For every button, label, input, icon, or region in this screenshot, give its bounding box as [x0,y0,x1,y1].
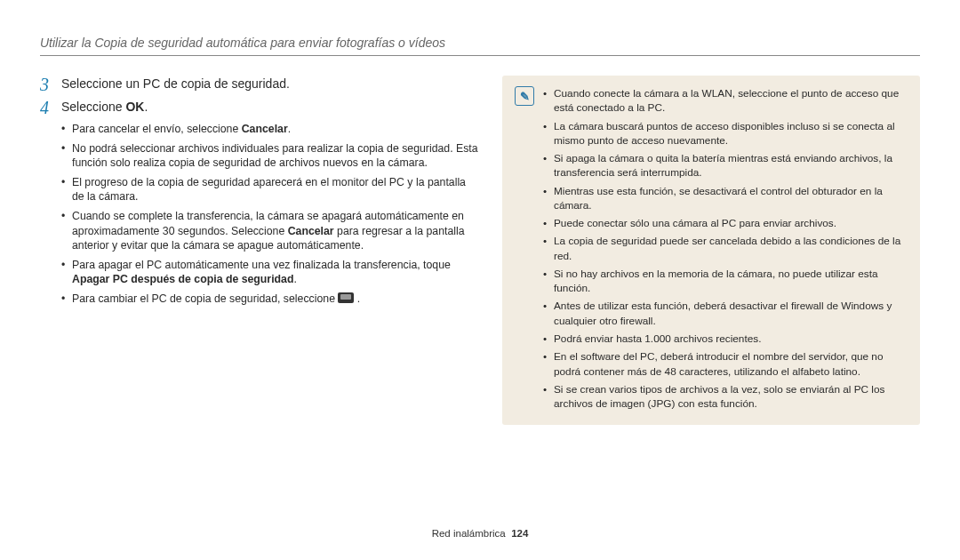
list-item: La copia de seguridad puede ser cancelad… [543,234,908,263]
list-item: La cámara buscará puntos de acceso dispo… [543,119,908,148]
pc-icon [338,292,354,303]
list-item: El progreso de la copia de seguridad apa… [61,175,480,204]
sub-list: Para cancelar el envío, seleccione Cance… [61,122,480,307]
list-item: Cuando se complete la transferencia, la … [61,209,480,253]
step-3: 3 Seleccione un PC de copia de seguridad… [40,76,480,93]
list-item: En el software del PC, deberá introducir… [543,349,908,379]
list-item: Puede conectar sólo una cámara al PC par… [543,216,908,230]
footer-section: Red inalámbrica [432,528,506,539]
step-text: Seleccione OK. [61,99,148,116]
note-icon: ✎ [515,86,534,106]
page-number: 124 [511,528,528,539]
list-item: Para cambiar el PC de copia de seguridad… [61,292,480,307]
list-item: Si se crean varios tipos de archivos a l… [543,382,908,412]
list-item: Cuando conecte la cámara a la WLAN, sele… [543,86,908,116]
list-item: Si no hay archivos en la memoria de la c… [543,267,908,296]
step-number: 3 [40,76,52,93]
notes-list: Cuando conecte la cámara a la WLAN, sele… [543,86,908,414]
page-title: Utilizar la Copia de seguridad automátic… [40,36,920,50]
list-item: Podrá enviar hasta 1.000 archivos recien… [543,332,908,346]
list-item: Mientras use esta función, se desactivar… [543,184,908,213]
list-item: Para cancelar el envío, seleccione Cance… [61,122,480,137]
step-number: 4 [40,99,52,116]
list-item: Para apagar el PC automáticamente una ve… [61,258,480,287]
left-column: 3 Seleccione un PC de copia de seguridad… [40,76,480,425]
columns: 3 Seleccione un PC de copia de seguridad… [40,76,920,425]
footer: Red inalámbrica 124 [0,528,960,539]
step-text: Seleccione un PC de copia de seguridad. [61,76,290,92]
rule [40,55,920,56]
note-box: ✎ Cuando conecte la cámara a la WLAN, se… [502,76,920,425]
page: Utilizar la Copia de seguridad automátic… [0,0,960,560]
step-4: 4 Seleccione OK. [40,99,480,116]
list-item: Antes de utilizar esta función, deberá d… [543,299,908,328]
list-item: Si apaga la cámara o quita la batería mi… [543,151,908,180]
list-item: No podrá seleccionar archivos individual… [61,141,480,171]
right-column: ✎ Cuando conecte la cámara a la WLAN, se… [502,76,920,425]
